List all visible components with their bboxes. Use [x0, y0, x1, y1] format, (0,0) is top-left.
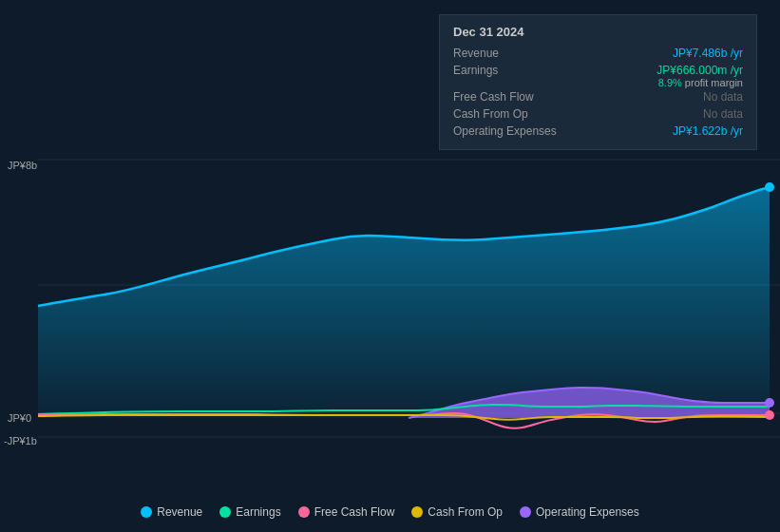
tooltip-revenue: Revenue JP¥7.486b /yr: [453, 45, 743, 62]
legend-revenue[interactable]: Revenue: [141, 505, 202, 519]
legend-label-fcf: Free Cash Flow: [314, 505, 395, 519]
legend-label-opex: Operating Expenses: [536, 505, 639, 519]
tooltip-revenue-label: Revenue: [453, 47, 499, 60]
legend-fcf[interactable]: Free Cash Flow: [298, 505, 395, 519]
legend-dot-cashfromop: [411, 506, 423, 518]
legend-label-revenue: Revenue: [157, 505, 202, 519]
y-8b: JP¥8b: [8, 160, 37, 171]
legend-dot-revenue: [141, 506, 152, 518]
tooltip-earnings-value: JP¥666.000m /yr: [656, 64, 743, 77]
opex-dot: [765, 398, 774, 408]
tooltip-cashfromop: Cash From Op No data: [453, 105, 743, 123]
tooltip-card: Dec 31 2024 Revenue JP¥7.486b /yr Earnin…: [439, 14, 757, 150]
legend-opex[interactable]: Operating Expenses: [520, 505, 639, 519]
revenue-dot: [765, 182, 774, 192]
tooltip-fcf: Free Cash Flow No data: [453, 88, 743, 105]
tooltip-profit-margin: 8.9% profit margin: [453, 77, 743, 88]
legend-earnings[interactable]: Earnings: [219, 505, 280, 519]
tooltip-opex: Operating Expenses JP¥1.622b /yr: [453, 123, 743, 140]
fcf-dot: [765, 410, 774, 420]
y-0: JP¥0: [8, 412, 31, 424]
legend-label-earnings: Earnings: [236, 505, 280, 519]
legend-dot-opex: [520, 506, 531, 518]
y-neg1b: -JP¥1b: [4, 435, 37, 446]
tooltip-revenue-value: JP¥7.486b /yr: [673, 47, 743, 60]
legend-dot-earnings: [219, 506, 231, 518]
legend-dot-fcf: [298, 506, 310, 518]
legend-label-cashfromop: Cash From Op: [428, 505, 503, 519]
legend-cashfromop[interactable]: Cash From Op: [411, 505, 503, 519]
tooltip-opex-value: JP¥1.622b /yr: [673, 124, 743, 138]
tooltip-cashfromop-label: Cash From Op: [453, 107, 528, 121]
tooltip-cashfromop-value: No data: [703, 107, 743, 121]
tooltip-earnings-label: Earnings: [453, 64, 498, 77]
tooltip-date: Dec 31 2024: [453, 25, 743, 39]
tooltip-opex-label: Operating Expenses: [453, 124, 557, 138]
tooltip-fcf-value: No data: [703, 90, 743, 104]
legend: Revenue Earnings Free Cash Flow Cash Fro…: [0, 500, 780, 524]
tooltip-fcf-label: Free Cash Flow: [453, 90, 534, 104]
